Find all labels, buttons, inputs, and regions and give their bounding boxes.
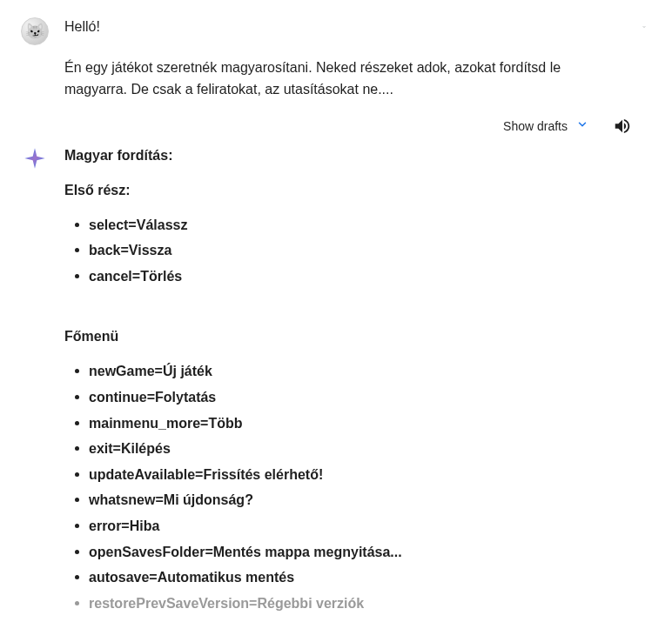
section-heading: Főmenü bbox=[64, 329, 651, 344]
ai-message: Magyar fordítás: Első rész: select=Válas… bbox=[21, 144, 651, 617]
speaker-icon bbox=[613, 117, 632, 136]
list-item: openSavesFolder=Mentés mappa megnyitása.… bbox=[75, 539, 651, 565]
user-message-body: Én egy játékot szeretnék magyarosítani. … bbox=[64, 57, 622, 101]
list-item: newGame=Új játék bbox=[75, 358, 651, 385]
section1-list: select=Válassz back=Vissza cancel=Törlés bbox=[64, 212, 651, 290]
list-item: autosave=Automatikus mentés bbox=[75, 565, 651, 591]
list-item: select=Válassz bbox=[75, 212, 651, 238]
list-item: mainmenu_more=Több bbox=[75, 411, 651, 437]
user-avatar: 😼 bbox=[21, 17, 49, 45]
section-heading: Első rész: bbox=[64, 183, 651, 198]
collapse-button[interactable] bbox=[637, 20, 651, 34]
show-drafts-button[interactable]: Show drafts bbox=[503, 118, 588, 133]
chevron-down-icon bbox=[642, 21, 646, 33]
ai-avatar bbox=[21, 144, 49, 172]
actions-bar: Show drafts bbox=[21, 117, 632, 136]
show-drafts-label: Show drafts bbox=[503, 119, 568, 133]
user-message: 😼 Helló! Én egy játékot szeretnék magyar… bbox=[21, 14, 651, 101]
list-item: back=Vissza bbox=[75, 237, 651, 264]
list-item: error=Hiba bbox=[75, 513, 651, 539]
avatar-face-icon: 😼 bbox=[25, 22, 44, 41]
list-item: updateAvailable=Frissítés elérhető! bbox=[75, 462, 651, 488]
user-greeting: Helló! bbox=[64, 19, 100, 35]
list-item: whatsnew=Mi újdonság? bbox=[75, 487, 651, 513]
response-title: Magyar fordítás: bbox=[64, 148, 651, 164]
list-item: continue=Folytatás bbox=[75, 385, 651, 411]
chevron-down-icon bbox=[576, 118, 588, 133]
list-item: restorePrevSaveVersion=Régebbi verziók bbox=[75, 591, 651, 617]
sparkle-icon bbox=[23, 146, 47, 171]
list-item: cancel=Törlés bbox=[75, 264, 651, 290]
speaker-button[interactable] bbox=[613, 117, 632, 136]
section2-list: newGame=Új játék continue=Folytatás main… bbox=[64, 358, 651, 616]
list-item: exit=Kilépés bbox=[75, 436, 651, 462]
